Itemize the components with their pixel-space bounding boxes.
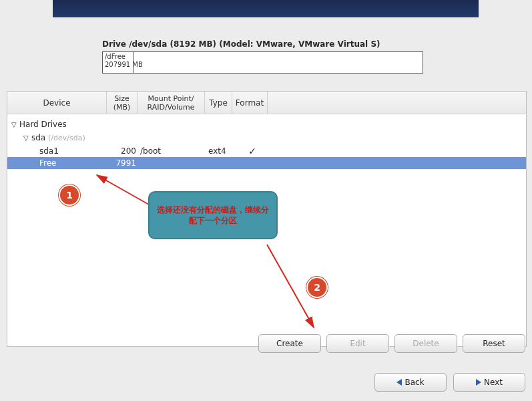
tree-node-hard-drives[interactable]: ▽ Hard Drives xyxy=(7,118,526,130)
delete-button: Delete xyxy=(394,334,457,353)
arrow-left-icon xyxy=(396,379,402,386)
disclosure-icon: ▽ xyxy=(23,134,31,142)
action-bar: Create Edit Delete Reset xyxy=(7,334,525,353)
create-button[interactable]: Create xyxy=(258,334,321,353)
col-type[interactable]: Type xyxy=(205,92,232,114)
next-button[interactable]: Next xyxy=(453,373,525,392)
annotation-badge-2: 2 xyxy=(306,277,328,298)
col-size[interactable]: Size (MB) xyxy=(107,92,138,114)
tree-body: ▽ Hard Drives ▽ sda (/dev/sda) sda1 200 … xyxy=(7,118,526,169)
arrow-right-icon xyxy=(476,379,481,386)
checkmark-icon: ✓ xyxy=(235,146,270,156)
annotation-badge-1: 1 xyxy=(59,184,80,206)
drive-diagram: /dFree 207991 MB xyxy=(102,51,423,74)
drive-summary: Drive /dev/sda (8192 MB) (Model: VMware,… xyxy=(102,39,422,74)
title-bar xyxy=(53,0,479,17)
table-row-free[interactable]: Free 7991 xyxy=(7,157,526,169)
table-row-sda1[interactable]: sda1 200 /boot ext4 ✓ xyxy=(7,145,526,157)
reset-button[interactable]: Reset xyxy=(463,334,525,353)
nav-bar: Back Next xyxy=(374,373,525,392)
disclosure-icon: ▽ xyxy=(11,121,19,128)
back-button[interactable]: Back xyxy=(374,373,447,392)
edit-button: Edit xyxy=(326,334,389,353)
col-mount[interactable]: Mount Point/ RAID/Volume xyxy=(138,92,205,114)
table-header-row: Device Size (MB) Mount Point/ RAID/Volum… xyxy=(7,92,526,114)
drive-diagram-text: /dFree 207991 MB xyxy=(105,53,143,69)
tree-node-sda[interactable]: ▽ sda (/dev/sda) xyxy=(7,132,526,144)
annotation-bubble: 选择还没有分配的磁盘，继续分配下一个分区 xyxy=(148,191,278,239)
col-device[interactable]: Device xyxy=(7,92,107,114)
col-format[interactable]: Format xyxy=(232,92,268,114)
drive-title: Drive /dev/sda (8192 MB) (Model: VMware,… xyxy=(102,39,422,49)
